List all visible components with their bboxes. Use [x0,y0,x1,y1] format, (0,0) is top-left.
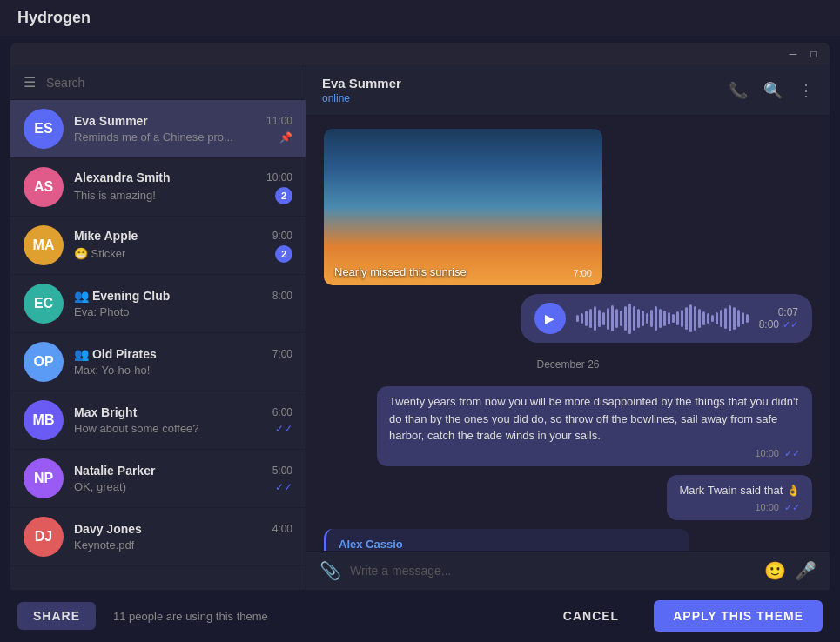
theme-users-text: 11 people are using this theme [113,610,528,623]
waveform-bar [585,311,588,326]
chat-preview-alexandra-smith: This is amazing! [74,189,156,202]
hamburger-icon[interactable]: ☰ [24,74,36,90]
chat-list-item-eva-summer[interactable]: ESEva Summer11:00Reminds me of a Chinese… [10,100,306,158]
waveform-bar [737,310,740,327]
waveform-bar [581,313,583,324]
emoji-icon[interactable]: 🙂 [764,560,786,581]
chat-name-eva-summer: Eva Summer [74,114,148,128]
message-ticks: ✓✓ [784,502,800,512]
waveform-bar [642,311,644,326]
search-input[interactable] [46,76,292,90]
chat-preview-mike-apple: 😁 Sticker [74,247,125,260]
chat-name-natalie-parker: Natalie Parker [74,464,155,478]
chat-time-old-pirates: 7:00 [272,348,292,360]
message-text: Mark Twain said that 👌 [679,482,800,499]
search-icon[interactable]: 🔍 [763,81,783,100]
waveform-bar [659,309,662,328]
audio-time: 8:00 [759,318,779,331]
chat-list-item-old-pirates[interactable]: OP👥 Old Pirates7:00Max: Yo-ho-ho! [10,333,306,391]
messages-area: Nearly missed this sunrise7:00▶0:078:00✓… [306,116,830,551]
avatar-mike-apple: MA [24,225,64,265]
chat-header-info: Eva Summer online [322,76,401,104]
waveform-bar [650,310,653,327]
minimize-button[interactable]: ─ [786,47,800,61]
chat-info-mike-apple: Mike Apple9:00😁 Sticker2 [74,229,292,263]
avatar-davy-jones: DJ [24,517,64,557]
message-bubble-text: Mark Twain said that 👌10:00 ✓✓ [667,475,812,521]
waveform-bar [672,314,675,323]
chat-preview-eva-summer: Reminds me of a Chinese pro... [74,130,233,144]
waveform-bar [655,306,657,331]
chat-name-davy-jones: Davy Jones [74,522,142,536]
chat-header-actions: 📞 🔍 ⋮ [729,81,814,100]
chat-preview-old-pirates: Max: Yo-ho-ho! [74,364,150,377]
waveform-bar [685,307,688,330]
double-check-max-bright: ✓✓ [275,423,292,435]
waveform-bar [628,304,631,334]
chat-time-alexandra-smith: 10:00 [266,171,292,184]
chat-time-eva-summer: 11:00 [266,115,292,127]
audio-info: 0:078:00✓✓ [759,306,798,331]
chat-preview-max-bright: How about some coffee? [74,422,199,435]
sidebar: ☰ ESEva Summer11:00Reminds me of a Chine… [10,65,306,590]
chat-list-item-mike-apple[interactable]: MAMike Apple9:00😁 Sticker2 [10,217,306,275]
waveform-bar [589,309,592,328]
waveform-bar [694,306,696,331]
audio-play-button[interactable]: ▶ [534,303,566,334]
waveform-bar [676,311,679,325]
chat-preview-davy-jones: Keynote.pdf [74,538,134,552]
waveform-bar [598,310,601,327]
waveform-bar [663,311,666,326]
mic-icon[interactable]: 🎤 [795,560,816,581]
image-placeholder: Nearly missed this sunrise7:00 [324,129,602,285]
audio-time-row: 8:00✓✓ [759,318,798,331]
date-divider: December 26 [324,358,812,371]
double-check-natalie-parker: ✓✓ [275,481,292,493]
chat-name-evening-club: 👥 Evening Club [74,289,170,303]
chat-name-mike-apple: Mike Apple [74,229,138,243]
chat-list-item-max-bright[interactable]: MBMax Bright6:00How about some coffee?✓✓ [10,391,306,450]
audio-duration: 0:07 [778,306,798,318]
waveform-bar [746,314,749,323]
cancel-button[interactable]: CANCEL [546,602,636,630]
more-icon[interactable]: ⋮ [798,81,814,100]
phone-icon[interactable]: 📞 [729,81,748,100]
message-input[interactable] [350,564,756,578]
waveform-bar [637,309,640,328]
chat-info-max-bright: Max Bright6:00How about some coffee?✓✓ [74,405,292,435]
waveform-bar [615,309,618,328]
app-title: Hydrogen [17,9,91,27]
waveform-bar [681,310,683,327]
bottom-bar: SHARE 11 people are using this theme CAN… [0,590,840,642]
chat-time-natalie-parker: 5:00 [272,465,292,477]
chat-info-natalie-parker: Natalie Parker5:00OK, great)✓✓ [74,464,292,493]
maximize-button[interactable]: □ [807,47,821,61]
chat-info-alexandra-smith: Alexandra Smith10:00This is amazing!2 [74,171,292,204]
share-button[interactable]: SHARE [17,602,96,630]
audio-waveform [576,305,749,331]
waveform-bar [724,308,727,329]
avatar-max-bright: MB [24,400,64,440]
image-caption: Nearly missed this sunrise [334,265,467,278]
image-message: Nearly missed this sunrise7:00 [324,129,602,285]
chat-list-item-davy-jones[interactable]: DJDavy Jones4:00Keynote.pdf [10,508,306,566]
waveform-bar [729,305,731,331]
apply-theme-button[interactable]: APPLY THIS THEME [654,600,823,632]
chat-area: Eva Summer online 📞 🔍 ⋮ Nearly missed th… [306,65,830,590]
waveform-bar [716,312,718,324]
waveform-bar [633,306,635,331]
status-online: online [322,92,401,104]
waveform-bar [576,315,579,322]
chat-info-evening-club: 👥 Evening Club8:00Eva: Photo [74,289,292,318]
message-text: Twenty years from now you will be more d… [389,393,800,445]
chat-list-item-alexandra-smith[interactable]: ASAlexandra Smith10:00This is amazing!2 [10,158,306,217]
waveform-bar [698,309,701,328]
audio-message: ▶0:078:00✓✓ [521,294,812,343]
chat-list-item-evening-club[interactable]: EC👥 Evening Club8:00Eva: Photo [10,275,306,333]
chat-list-item-natalie-parker[interactable]: NPNatalie Parker5:00OK, great)✓✓ [10,450,306,508]
chat-preview-natalie-parker: OK, great) [74,480,126,493]
attach-icon[interactable]: 📎 [319,560,341,581]
waveform-bar [720,310,722,327]
chat-time-evening-club: 8:00 [272,290,292,302]
waveform-bar [707,313,709,324]
